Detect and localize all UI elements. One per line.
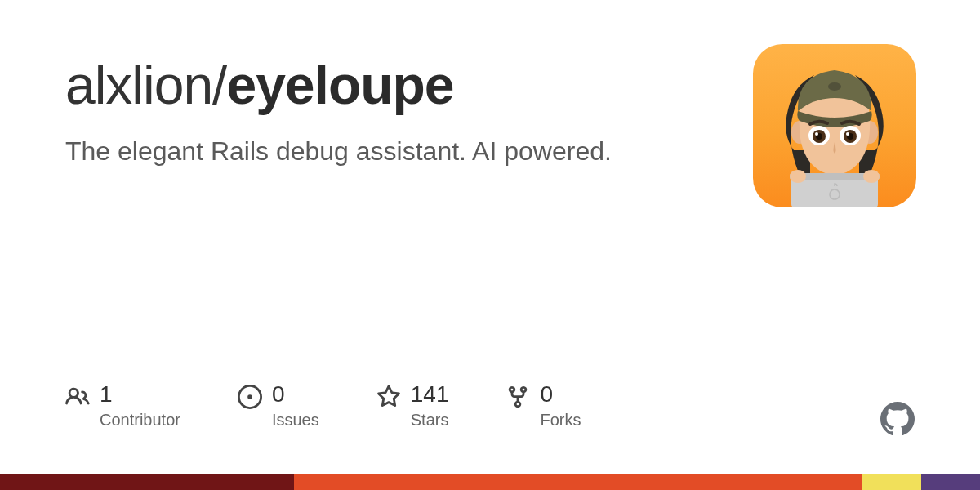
stat-issues: 0 Issues — [238, 383, 319, 430]
github-logo-icon — [880, 402, 915, 436]
people-icon — [65, 385, 90, 409]
path-separator: / — [212, 55, 226, 115]
memoji-technologist-icon — [765, 52, 904, 207]
svg-point-13 — [790, 170, 806, 183]
repo-social-card: alxlion/eyeloupe The elegant Rails debug… — [0, 0, 980, 490]
stars-count: 141 — [411, 383, 449, 406]
language-bar — [0, 474, 980, 490]
forks-count: 0 — [540, 383, 581, 406]
stat-stars: 141 Stars — [376, 383, 449, 430]
contributors-label: Contributor — [100, 411, 180, 430]
svg-point-9 — [815, 132, 818, 136]
contributors-count: 1 — [100, 383, 180, 406]
stats-row: 1 Contributor 0 Issues 141 Stars — [65, 383, 581, 430]
svg-point-2 — [828, 82, 841, 91]
language-segment — [921, 474, 980, 490]
owner-name: alxlion — [65, 55, 212, 115]
issues-icon — [238, 385, 262, 409]
issues-count: 0 — [272, 383, 319, 406]
language-segment — [0, 474, 294, 490]
star-icon — [376, 385, 401, 409]
stat-forks: 0 Forks — [506, 383, 581, 430]
svg-point-14 — [863, 170, 880, 183]
language-segment — [294, 474, 862, 490]
issues-label: Issues — [272, 411, 319, 430]
owner-avatar — [753, 44, 916, 207]
svg-point-10 — [846, 132, 849, 136]
forks-label: Forks — [540, 411, 581, 430]
stat-contributors: 1 Contributor — [65, 383, 180, 430]
fork-icon — [506, 385, 530, 409]
repo-name: eyeloupe — [226, 55, 453, 115]
language-segment — [862, 474, 921, 490]
stars-label: Stars — [411, 411, 449, 430]
